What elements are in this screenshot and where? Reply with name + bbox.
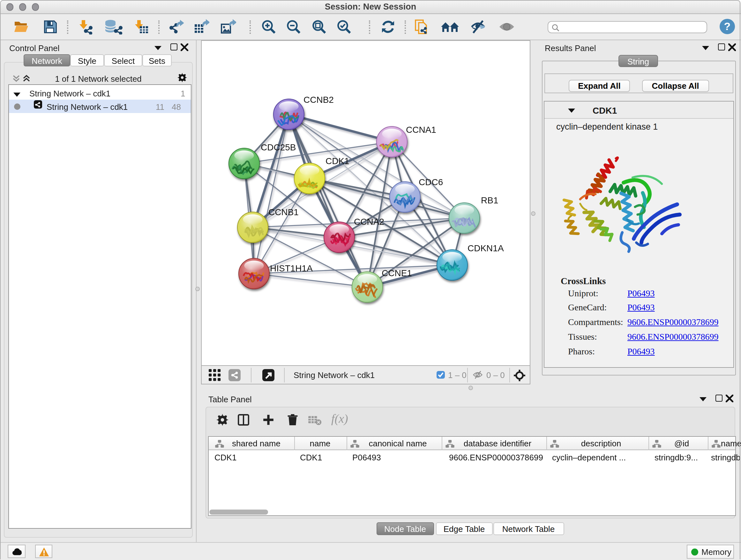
svg-text:HIST1H1A: HIST1H1A [270,263,313,273]
svg-text:CCNB2: CCNB2 [304,95,334,105]
svg-text:CDC25B: CDC25B [261,142,296,152]
svg-text:CCNE1: CCNE1 [382,268,412,278]
svg-text:CCNA1: CCNA1 [406,125,436,135]
svg-text:RB1: RB1 [481,195,498,205]
svg-text:?: ? [724,20,731,32]
svg-text:CDKN1A: CDKN1A [468,243,504,253]
svg-text:CCNB1: CCNB1 [268,207,299,217]
svg-text:CDC6: CDC6 [419,177,443,187]
svg-text:CDK1: CDK1 [326,156,349,166]
svg-text:CCNA2: CCNA2 [354,217,384,227]
